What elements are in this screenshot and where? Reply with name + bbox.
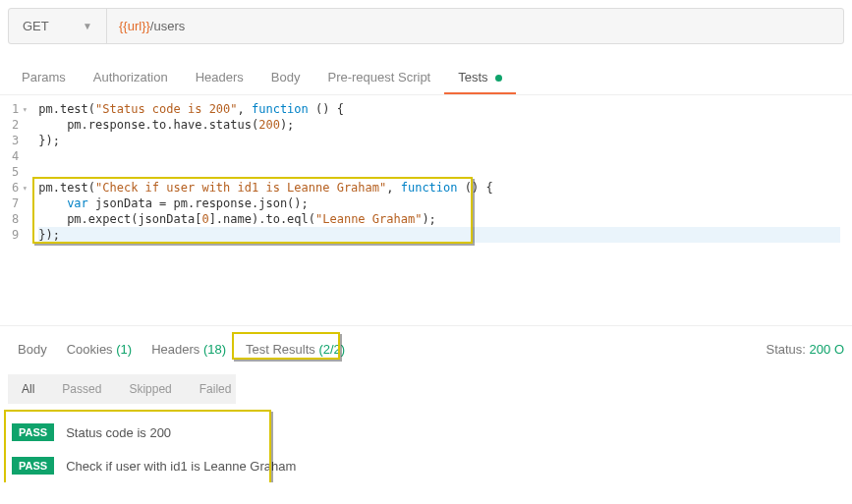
chevron-down-icon: ▼ <box>83 21 92 31</box>
tab-headers[interactable]: Headers <box>182 62 257 94</box>
line-number: 1 <box>12 101 19 117</box>
test-result-row: PASS Check if user with id1 is Leanne Gr… <box>8 449 844 482</box>
request-bar: GET ▼ {{url}}/users <box>8 8 844 44</box>
tab-tests-label: Tests <box>458 70 487 84</box>
line-number: 8 <box>12 211 19 227</box>
http-method-dropdown[interactable]: GET ▼ <box>9 9 107 43</box>
code-editor[interactable]: 1 2 3 4 5 6 7 8 9 pm.test("Status code i… <box>0 95 852 321</box>
response-tabs: Body Cookies (1) Headers (18) Test Resul… <box>0 326 852 368</box>
rtab-cookies[interactable]: Cookies (1) <box>57 336 142 363</box>
request-tabs: Params Authorization Headers Body Pre-re… <box>0 44 852 95</box>
pass-badge: PASS <box>12 457 54 475</box>
line-number: 3 <box>12 133 19 148</box>
http-method-value: GET <box>23 19 49 33</box>
line-number: 4 <box>12 148 19 164</box>
line-number: 2 <box>12 117 19 133</box>
test-results-list: PASS Status code is 200 PASS Check if us… <box>8 416 844 482</box>
line-number: 6 <box>12 180 19 196</box>
response-panel: Body Cookies (1) Headers (18) Test Resul… <box>0 325 852 482</box>
filter-skipped[interactable]: Skipped <box>115 374 185 404</box>
filter-all[interactable]: All <box>8 374 48 404</box>
url-path: /users <box>150 19 185 33</box>
test-result-name: Status code is 200 <box>66 425 171 440</box>
filter-failed[interactable]: Failed <box>186 374 246 404</box>
tab-tests[interactable]: Tests <box>444 62 516 94</box>
rtab-headers[interactable]: Headers (18) <box>142 336 236 363</box>
tab-authorization[interactable]: Authorization <box>80 62 182 94</box>
tab-params[interactable]: Params <box>8 62 80 94</box>
url-variable: {{url}} <box>119 19 150 33</box>
rtab-body[interactable]: Body <box>8 336 57 363</box>
filter-passed[interactable]: Passed <box>48 374 115 404</box>
test-result-row: PASS Status code is 200 <box>8 416 844 449</box>
pass-badge: PASS <box>12 423 54 441</box>
gutter: 1 2 3 4 5 6 7 8 9 <box>12 101 25 321</box>
line-number: 5 <box>12 164 19 180</box>
line-number: 9 <box>12 227 19 243</box>
result-filters: All Passed Skipped Failed <box>8 374 236 404</box>
code-area[interactable]: pm.test("Status code is 200", function (… <box>25 101 840 321</box>
tab-body[interactable]: Body <box>257 62 314 94</box>
dot-icon <box>495 75 502 82</box>
url-input[interactable]: {{url}}/users <box>107 9 843 43</box>
rtab-test-results[interactable]: Test Results (2/2) <box>236 336 355 363</box>
test-result-name: Check if user with id1 is Leanne Graham <box>66 459 296 474</box>
response-status: Status: 200 O <box>766 342 844 357</box>
line-number: 7 <box>12 196 19 211</box>
tab-prerequest[interactable]: Pre-request Script <box>313 62 444 94</box>
